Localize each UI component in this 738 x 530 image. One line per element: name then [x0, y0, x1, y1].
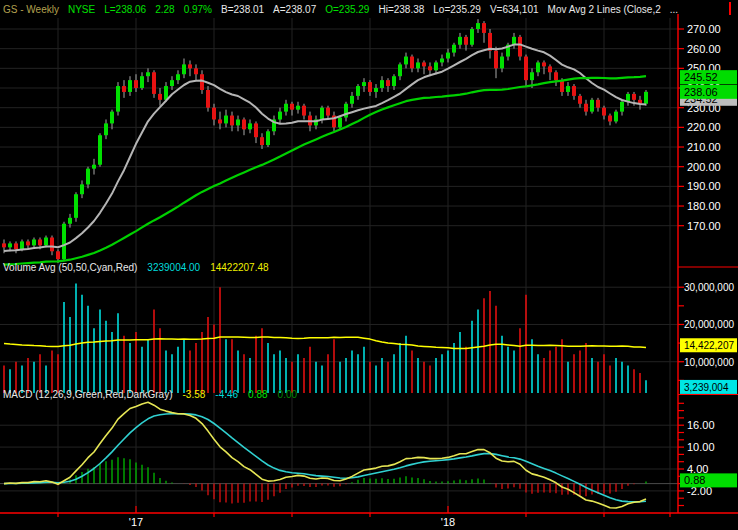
candle-up — [350, 96, 354, 104]
candle-up — [104, 123, 108, 135]
candle-down — [464, 37, 468, 45]
candle-up — [182, 64, 186, 74]
candle-down — [206, 90, 210, 108]
candle-up — [20, 241, 24, 249]
candle-up — [590, 100, 594, 112]
volume-current-badge-text: 3,239,004 — [684, 382, 729, 393]
candle-down — [158, 94, 162, 100]
candle-down — [260, 137, 264, 145]
candle-up — [116, 86, 120, 112]
candle-down — [56, 251, 60, 259]
candle-up — [470, 29, 474, 45]
time-axis-label: '17 — [129, 516, 143, 528]
candle-down — [410, 57, 414, 69]
candle-down — [134, 80, 138, 88]
ask-price: A=238.07 — [273, 4, 316, 15]
candle-up — [536, 62, 540, 72]
candle-down — [428, 66, 432, 70]
candle-up — [446, 53, 450, 59]
macd-hist-badge-text: 0.88 — [684, 474, 705, 486]
ma-slow-line — [4, 76, 646, 265]
candle-up — [374, 88, 378, 92]
high-price: Hi=238.38 — [378, 4, 424, 15]
candle-up — [62, 224, 66, 259]
price-axis-label: 170.00 — [687, 220, 721, 232]
exchange-label: NYSE — [68, 4, 95, 15]
chart-canvas[interactable]: 270.00260.00250.00240.00230.00220.00210.… — [0, 0, 738, 530]
candle-down — [518, 37, 522, 57]
candle-down — [50, 238, 54, 252]
grid-layer — [0, 18, 678, 513]
candle-down — [596, 100, 600, 108]
candle-up — [644, 92, 648, 104]
candle-up — [614, 112, 618, 122]
candle-down — [608, 116, 612, 122]
candle-down — [386, 80, 390, 86]
volume-axis-label: 10,000,000 — [684, 357, 734, 368]
candle-up — [320, 108, 324, 120]
price-change-pct: 0.97% — [184, 4, 212, 15]
macd-axis-label: 16.00 — [687, 419, 715, 431]
price-axis-label: 190.00 — [687, 180, 721, 192]
candle-down — [26, 241, 30, 245]
time-axis: '17'18 — [0, 506, 738, 528]
candle-down — [194, 68, 198, 74]
candle-up — [236, 119, 240, 125]
candle-up — [452, 45, 456, 53]
indicator-label: Mov Avg 2 Lines (Close,2 — [548, 4, 661, 15]
candle-up — [128, 80, 132, 92]
candle-up — [170, 80, 174, 86]
volume-axis-label: 30,000,000 — [684, 282, 734, 293]
open-price: O=235.29 — [325, 4, 369, 15]
candle-up — [416, 62, 420, 68]
price-axis-label: 200.00 — [687, 161, 721, 173]
candle-down — [578, 96, 582, 104]
candle-up — [398, 64, 402, 76]
price-axis-label: 270.00 — [687, 23, 721, 35]
last-price-badge: 238.06 — [680, 85, 737, 99]
candle-up — [434, 62, 438, 70]
ma-slow-badge: 245.52 — [680, 70, 737, 84]
last-price: L=238.06 — [104, 4, 146, 15]
chart-window: GS - Weekly NYSE L=238.06 2.28 0.97% B=2… — [0, 0, 738, 530]
low-price: Lo=235.29 — [433, 4, 481, 15]
candle-down — [212, 108, 216, 120]
bar-volume: V=634,101 — [490, 4, 539, 15]
candle-up — [356, 86, 360, 96]
price-axis-label: 180.00 — [687, 200, 721, 212]
candle-up — [140, 76, 144, 88]
candle-up — [86, 169, 90, 185]
candle-down — [2, 243, 6, 247]
candle-down — [548, 66, 552, 72]
candle-up — [278, 112, 282, 120]
candle-up — [74, 194, 78, 218]
candle-down — [554, 72, 558, 80]
candle-down — [584, 104, 588, 112]
candle-up — [98, 135, 102, 165]
candle-up — [8, 243, 12, 247]
candle-up — [338, 118, 342, 128]
candle-up — [362, 82, 366, 86]
candle-up — [284, 104, 288, 112]
candle-up — [110, 112, 114, 124]
truncation-ellipsis: ... — [670, 4, 678, 15]
candle-up — [458, 37, 462, 45]
candle-down — [326, 108, 330, 116]
candle-up — [530, 72, 534, 80]
volume-avg-badge: 14,422,207 — [680, 338, 737, 352]
candle-down — [38, 239, 42, 245]
candle-up — [146, 72, 150, 76]
candle-up — [32, 239, 36, 245]
candle-down — [242, 119, 246, 129]
price-axis-label: 260.00 — [687, 43, 721, 55]
candle-down — [494, 51, 498, 69]
price-axis-label: 210.00 — [687, 141, 721, 153]
quote-bar: GS - Weekly NYSE L=238.06 2.28 0.97% B=2… — [0, 0, 738, 18]
macd-hist-badge: 0.88 — [680, 473, 737, 487]
candle-down — [290, 104, 294, 110]
candle-down — [482, 23, 486, 33]
price-axis-label: 220.00 — [687, 121, 721, 133]
candle-down — [188, 64, 192, 68]
candle-down — [218, 119, 222, 123]
volume-avg-badge-text: 14,422,207 — [684, 340, 734, 351]
